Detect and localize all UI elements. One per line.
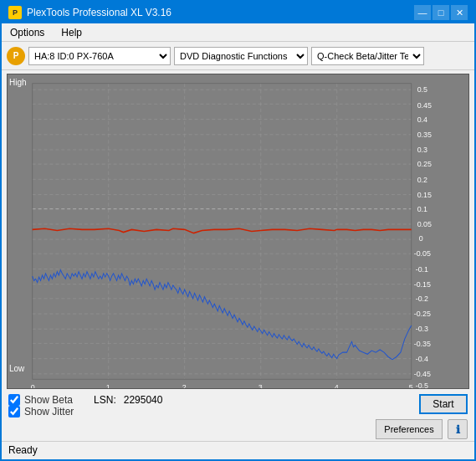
window-title: PlexTools Professional XL V3.16 bbox=[27, 7, 171, 18]
info-button[interactable]: ℹ bbox=[448, 419, 468, 439]
svg-text:0: 0 bbox=[31, 383, 35, 388]
svg-text:2: 2 bbox=[182, 383, 187, 388]
chart-area: High Low bbox=[7, 74, 469, 389]
svg-text:-0.25: -0.25 bbox=[414, 310, 431, 318]
show-jitter-row: Show Jitter bbox=[8, 406, 162, 417]
left-controls: Show Beta LSN: 2295040 Show Jitter bbox=[8, 394, 162, 417]
toolbar: P HA:8 ID:0 PX-760A DVD Diagnostic Funct… bbox=[2, 42, 474, 70]
chart-svg: 0.5 0.45 0.4 0.35 0.3 0.25 0.2 0.15 0.1 … bbox=[8, 74, 468, 388]
show-beta-checkbox[interactable] bbox=[8, 394, 20, 406]
menu-options[interactable]: Options bbox=[5, 25, 49, 40]
svg-text:4: 4 bbox=[335, 383, 339, 388]
bottom-controls: Show Beta LSN: 2295040 Show Jitter Start… bbox=[2, 391, 474, 441]
svg-text:-0.1: -0.1 bbox=[416, 264, 428, 273]
svg-text:1: 1 bbox=[106, 383, 110, 388]
main-window: P PlexTools Professional XL V3.16 — □ ✕ … bbox=[0, 0, 476, 461]
preferences-button[interactable]: Preferences bbox=[376, 419, 443, 439]
maximize-button[interactable]: □ bbox=[432, 5, 449, 20]
svg-text:-0.45: -0.45 bbox=[414, 370, 431, 378]
svg-text:0.2: 0.2 bbox=[417, 175, 427, 183]
menu-bar: Options Help bbox=[2, 23, 474, 42]
toolbar-icon: P bbox=[7, 47, 25, 65]
title-bar-left: P PlexTools Professional XL V3.16 bbox=[8, 6, 171, 19]
svg-text:5: 5 bbox=[409, 383, 413, 388]
show-jitter-label[interactable]: Show Jitter bbox=[24, 406, 74, 417]
svg-text:-0.2: -0.2 bbox=[416, 295, 428, 303]
window-controls: — □ ✕ bbox=[414, 5, 468, 20]
main-content: High Low bbox=[2, 70, 474, 441]
svg-text:-0.35: -0.35 bbox=[414, 339, 431, 347]
svg-text:0.5: 0.5 bbox=[417, 85, 427, 94]
svg-text:3: 3 bbox=[258, 383, 263, 388]
right-controls: Start Preferences ℹ bbox=[376, 394, 468, 439]
title-bar: P PlexTools Professional XL V3.16 — □ ✕ bbox=[2, 2, 474, 23]
menu-help[interactable]: Help bbox=[56, 25, 87, 40]
svg-text:0.4: 0.4 bbox=[417, 115, 427, 123]
drive-select[interactable]: HA:8 ID:0 PX-760A bbox=[28, 47, 171, 65]
status-bar: Ready bbox=[2, 441, 474, 459]
app-icon: P bbox=[8, 6, 22, 19]
function-select[interactable]: DVD Diagnostic Functions bbox=[174, 47, 308, 65]
svg-text:0.3: 0.3 bbox=[417, 146, 427, 154]
svg-rect-0 bbox=[8, 74, 468, 388]
y-low-label: Low bbox=[9, 364, 24, 373]
svg-text:-0.15: -0.15 bbox=[414, 280, 431, 289]
svg-text:-0.3: -0.3 bbox=[416, 325, 428, 333]
preferences-row: Preferences ℹ bbox=[376, 419, 468, 439]
start-button[interactable]: Start bbox=[419, 394, 468, 414]
svg-text:0.1: 0.1 bbox=[417, 205, 427, 213]
svg-text:0.25: 0.25 bbox=[417, 160, 432, 168]
lsn-label: LSN: bbox=[94, 394, 116, 406]
svg-text:0: 0 bbox=[419, 234, 423, 243]
test-select[interactable]: Q-Check Beta/Jitter Test bbox=[311, 47, 424, 65]
show-beta-row: Show Beta LSN: 2295040 bbox=[8, 394, 162, 406]
lsn-value: 2295040 bbox=[124, 394, 163, 406]
status-text: Ready bbox=[8, 444, 38, 456]
svg-text:-0.5: -0.5 bbox=[416, 382, 428, 388]
show-beta-label[interactable]: Show Beta bbox=[24, 394, 73, 406]
svg-text:-0.4: -0.4 bbox=[416, 355, 428, 363]
show-jitter-checkbox[interactable] bbox=[8, 406, 20, 417]
svg-text:0.15: 0.15 bbox=[417, 190, 432, 198]
svg-text:0.35: 0.35 bbox=[417, 131, 432, 139]
y-high-label: High bbox=[9, 78, 27, 87]
close-button[interactable]: ✕ bbox=[451, 5, 468, 20]
svg-text:0.05: 0.05 bbox=[417, 220, 432, 228]
svg-text:-0.05: -0.05 bbox=[414, 249, 431, 258]
svg-text:0.45: 0.45 bbox=[417, 100, 432, 109]
minimize-button[interactable]: — bbox=[414, 5, 431, 20]
